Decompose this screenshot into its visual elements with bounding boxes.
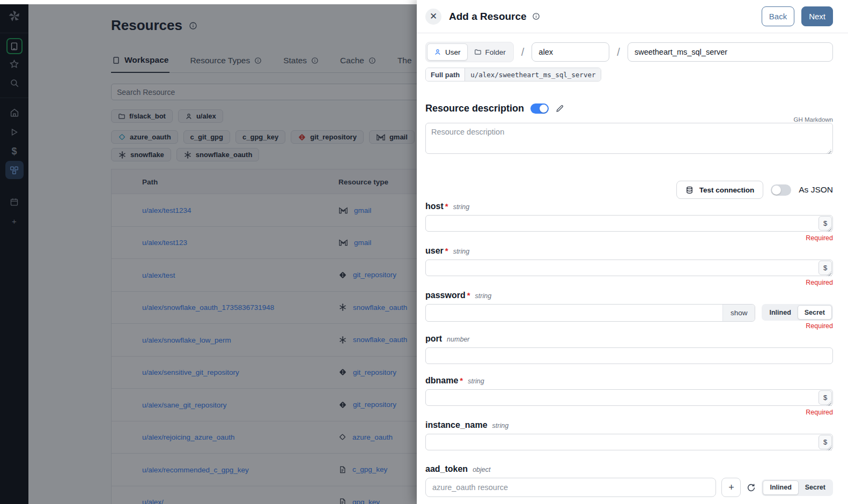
- full-path-label: Full path: [426, 68, 465, 81]
- field-name: port: [425, 334, 442, 344]
- inlined-secret-toggle: Inlined Secret: [762, 479, 833, 496]
- markdown-hint: GH Markdown: [425, 116, 833, 123]
- inlined-option[interactable]: Inlined: [763, 305, 797, 320]
- field-type: number: [447, 336, 469, 343]
- test-connection-button[interactable]: Test connection: [676, 181, 764, 199]
- required-star: *: [445, 246, 448, 255]
- field-type: string: [453, 203, 470, 211]
- description-wrap: [425, 123, 833, 156]
- folder-icon: [474, 48, 482, 56]
- field-type: string: [492, 422, 509, 429]
- host-input[interactable]: [425, 215, 833, 232]
- kind-folder-label: Folder: [485, 48, 506, 56]
- kind-user-label: User: [445, 48, 461, 56]
- required-message: Required: [425, 279, 833, 290]
- info-icon[interactable]: [532, 12, 540, 20]
- aad-token-row: + Inlined Secret: [425, 478, 833, 497]
- field-password: password*string show Inlined Secret Requ…: [425, 291, 833, 333]
- required-star: *: [467, 291, 470, 300]
- owner-kind-toggle: User Folder: [425, 42, 514, 62]
- as-json-toggle[interactable]: [771, 184, 791, 196]
- drawer-header: ✕ Add a Resource Back Next: [417, 0, 848, 33]
- instance-name-input-wrap: $: [425, 434, 833, 453]
- field-user: user*string $ Required: [425, 246, 833, 290]
- full-path-value: u/alex/sweetheart_ms_sql_server: [465, 68, 601, 81]
- user-icon: [434, 48, 441, 56]
- required-star: *: [460, 376, 463, 385]
- field-name: host: [425, 202, 444, 211]
- field-type: string: [475, 292, 492, 300]
- connection-row: Test connection As JSON: [425, 181, 833, 199]
- port-input[interactable]: [425, 347, 833, 364]
- field-dbname: dbname*string $ Required: [425, 376, 833, 419]
- drawer-body: User Folder / / Full path u/alex/sweethe…: [417, 33, 848, 497]
- description-textarea[interactable]: [425, 123, 833, 154]
- dbname-input-wrap: $: [425, 389, 833, 408]
- field-type: object: [473, 466, 490, 473]
- user-input[interactable]: [425, 260, 833, 276]
- port-input-wrap: [425, 347, 833, 364]
- path-separator: /: [617, 46, 620, 58]
- secret-option[interactable]: Secret: [798, 305, 832, 320]
- field-type: string: [453, 248, 470, 255]
- required-message: Required: [425, 234, 833, 245]
- inlined-option[interactable]: Inlined: [763, 480, 798, 495]
- path-row: User Folder / /: [425, 42, 833, 62]
- kind-user-option[interactable]: User: [427, 43, 468, 61]
- dbname-input[interactable]: [425, 389, 833, 406]
- next-button[interactable]: Next: [801, 6, 833, 26]
- path-separator: /: [521, 46, 525, 58]
- required-message: Required: [425, 322, 833, 333]
- resource-fields: host*string $ Required user*string $ Req…: [425, 202, 833, 497]
- owner-input[interactable]: [532, 42, 609, 62]
- host-input-wrap: $: [425, 215, 833, 234]
- add-resource-button[interactable]: +: [721, 478, 741, 497]
- insert-variable-button[interactable]: $: [818, 435, 832, 449]
- field-name: user: [425, 246, 444, 256]
- show-password-button[interactable]: show: [722, 305, 755, 321]
- field-name: aad_token: [425, 464, 468, 474]
- full-path: Full path u/alex/sweetheart_ms_sql_serve…: [425, 68, 601, 81]
- drawer-title: Add a Resource: [449, 11, 527, 23]
- required-message: Required: [425, 409, 833, 419]
- resource-name-input[interactable]: [628, 42, 833, 62]
- field-name: dbname: [425, 376, 458, 386]
- refresh-icon[interactable]: [746, 483, 756, 493]
- drawer-scrim[interactable]: [0, 4, 417, 504]
- insert-variable-button[interactable]: $: [818, 390, 832, 405]
- inlined-secret-toggle: Inlined Secret: [762, 304, 833, 321]
- field-host: host*string $ Required: [425, 202, 833, 245]
- required-star: *: [445, 202, 448, 211]
- database-icon: [685, 186, 694, 194]
- kind-folder-option[interactable]: Folder: [468, 43, 512, 61]
- pencil-icon[interactable]: [555, 104, 564, 113]
- description-heading: Resource description: [425, 103, 524, 114]
- field-port: portnumber: [425, 334, 833, 364]
- field-name: password: [425, 291, 466, 300]
- close-icon[interactable]: ✕: [425, 9, 441, 25]
- description-header: Resource description: [425, 103, 833, 114]
- insert-variable-button[interactable]: $: [818, 216, 832, 231]
- aad-token-resource-input[interactable]: [425, 478, 716, 497]
- password-row: show Inlined Secret: [425, 304, 833, 322]
- user-input-wrap: $: [425, 260, 833, 278]
- drawer-header-buttons: Back Next: [762, 6, 833, 26]
- as-json-label: As JSON: [799, 185, 833, 195]
- field-type: string: [468, 377, 484, 385]
- password-input-wrap: show: [425, 304, 755, 322]
- field-instance-name: instance_namestring $: [425, 420, 833, 453]
- field-name: instance_name: [425, 420, 488, 430]
- test-connection-label: Test connection: [699, 186, 755, 194]
- add-resource-drawer: ✕ Add a Resource Back Next User: [417, 0, 848, 504]
- instance-name-input[interactable]: [425, 434, 833, 450]
- back-button[interactable]: Back: [762, 6, 794, 26]
- password-input[interactable]: [425, 304, 755, 322]
- field-aad-token: aad_tokenobject + Inlined Secret: [425, 464, 833, 497]
- description-toggle[interactable]: [530, 103, 549, 114]
- insert-variable-button[interactable]: $: [818, 261, 832, 275]
- secret-option[interactable]: Secret: [799, 480, 832, 495]
